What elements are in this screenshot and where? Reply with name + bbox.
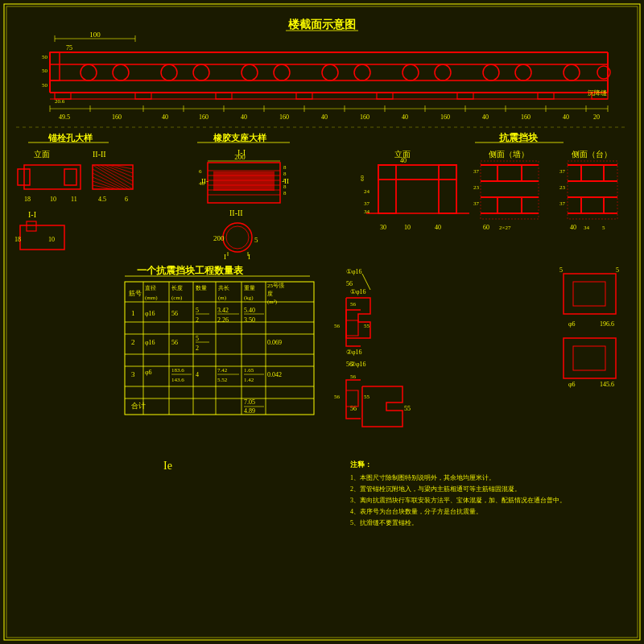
svg-text:11: 11	[71, 196, 77, 203]
table-row-2-strength: 0.069	[267, 339, 282, 346]
svg-text:55: 55	[404, 405, 411, 412]
svg-text:34: 34	[584, 225, 590, 231]
table-row-1-qty2: 2	[196, 316, 199, 324]
table-row-1-wt1: 5.40	[244, 307, 255, 314]
svg-text:φ6: φ6	[568, 381, 576, 388]
dim-left-1: 50	[42, 54, 48, 60]
svg-text:56: 56	[350, 374, 357, 380]
section-anchor: 锚栓孔大样	[47, 133, 93, 142]
svg-text:40: 40	[482, 114, 489, 121]
svg-text:40: 40	[563, 114, 569, 121]
svg-text:40: 40	[570, 224, 576, 231]
svg-text:160: 160	[521, 114, 530, 121]
table-row-2-len: 56	[171, 339, 178, 346]
svg-text:160: 160	[112, 114, 122, 121]
ie-text: Ie	[163, 460, 172, 472]
svg-text:37: 37	[473, 200, 480, 207]
svg-text:度: 度	[267, 291, 273, 297]
table-header-7: 25号强	[267, 283, 284, 289]
svg-text:37: 37	[364, 200, 370, 207]
table-row-1-len1: 3.42	[217, 307, 229, 314]
table-row-3-total2: 5.52	[217, 377, 228, 383]
label-sedimentation: 沉降缝	[588, 89, 607, 97]
table-row-2-num: 2	[131, 338, 135, 346]
svg-text:56: 56	[350, 301, 357, 308]
dim-left-2: 50	[42, 68, 48, 74]
label-i-i-anchor: I-I	[28, 210, 36, 219]
svg-text:5: 5	[254, 236, 258, 244]
dim-100: 100	[89, 31, 101, 39]
table-row-1-qty1: 5	[196, 307, 199, 314]
svg-text:I: I	[248, 253, 250, 261]
svg-text:20.6: 20.6	[55, 98, 65, 105]
table-header-3: 长度	[171, 285, 183, 291]
svg-text:40: 40	[435, 224, 441, 231]
label-front: 立面	[34, 150, 50, 159]
table-row-total: 合计	[131, 402, 146, 410]
svg-text:①φ16: ①φ16	[346, 268, 362, 275]
main-title: 楼截面示意图	[287, 18, 356, 31]
svg-text:40: 40	[400, 157, 407, 164]
table-total-wt2: 4.89	[244, 407, 255, 415]
svg-text:40: 40	[402, 114, 408, 121]
svg-text:56: 56	[346, 280, 353, 287]
svg-text:6: 6	[125, 196, 128, 203]
phi16-label-2: ②φ16	[350, 361, 366, 368]
svg-text:34: 34	[364, 208, 370, 215]
svg-text:30: 30	[380, 224, 386, 231]
table-title: 一个抗震挡块工程数量表	[137, 265, 244, 276]
section-rubber: 橡胶支座大样	[213, 133, 267, 142]
svg-text:10: 10	[48, 236, 55, 243]
svg-text:(mm): (mm)	[145, 295, 158, 301]
svg-text:2×27: 2×27	[499, 225, 511, 231]
svg-text:200: 200	[234, 153, 246, 161]
svg-text:160: 160	[199, 114, 208, 121]
table-row-2-dia: φ16	[145, 339, 155, 346]
svg-text:10: 10	[50, 196, 56, 203]
dim-left-3: 50	[42, 82, 48, 89]
table-row-1-num: 1	[131, 309, 135, 317]
notes-header: 注释：	[350, 460, 372, 469]
svg-text:8: 8	[283, 164, 287, 171]
svg-text:160: 160	[360, 114, 369, 121]
table-row-3-dia: φ6	[145, 369, 152, 376]
svg-text:8: 8	[283, 190, 287, 196]
svg-text:18: 18	[24, 196, 31, 203]
svg-text:56: 56	[334, 323, 341, 329]
svg-text:37: 37	[559, 200, 566, 207]
table-total-wt1: 7.05	[244, 398, 255, 406]
note-3: 3、离向抗震挡块行车联安装方法平、宝体混凝，加、配筋情况在通台普中。	[350, 497, 566, 504]
svg-text:(m): (m)	[218, 295, 227, 301]
table-row-3-wt1: 1.65	[244, 367, 254, 374]
svg-text:8: 8	[283, 171, 287, 177]
svg-text:200: 200	[213, 234, 225, 242]
section-seismic: 抗震挡块	[498, 132, 539, 143]
svg-text:23: 23	[559, 184, 566, 191]
note-5: 5、抗滑缝不要置锚栓。	[350, 519, 418, 526]
svg-text:4.5: 4.5	[98, 196, 106, 203]
svg-text:8: 8	[283, 184, 287, 190]
svg-text:②φ16: ②φ16	[346, 349, 362, 356]
table-header-2: 直径	[145, 285, 156, 291]
svg-text:55: 55	[364, 323, 370, 329]
note-1: 1、本图尺寸除制图特别说明外，其余地均厘米计。	[350, 474, 495, 481]
table-row-1-dia: φ16	[145, 310, 155, 317]
svg-text:(m²): (m²)	[267, 299, 278, 305]
svg-text:160: 160	[279, 114, 289, 121]
table-row-1-wt2: 3.50	[244, 316, 255, 324]
table-row-3-total1: 7.42	[217, 367, 228, 374]
dim-75: 75	[66, 44, 72, 52]
table-row-2-qty1: 5	[196, 335, 199, 342]
svg-text:56: 56	[334, 394, 341, 400]
table-row-3-num: 3	[131, 370, 135, 378]
label-side-wall: 侧面（墙）	[489, 150, 529, 159]
svg-text:(cm): (cm)	[171, 295, 183, 301]
main-canvas: 楼截面示意图 100 75	[0, 0, 644, 644]
svg-text:48: 48	[199, 180, 205, 187]
svg-text:6: 6	[199, 168, 202, 175]
svg-text:I: I	[224, 253, 226, 261]
table-header-5: 共长	[218, 285, 229, 291]
svg-text:49.5: 49.5	[59, 114, 70, 121]
svg-rect-102	[213, 171, 275, 191]
svg-text:5: 5	[602, 225, 605, 231]
